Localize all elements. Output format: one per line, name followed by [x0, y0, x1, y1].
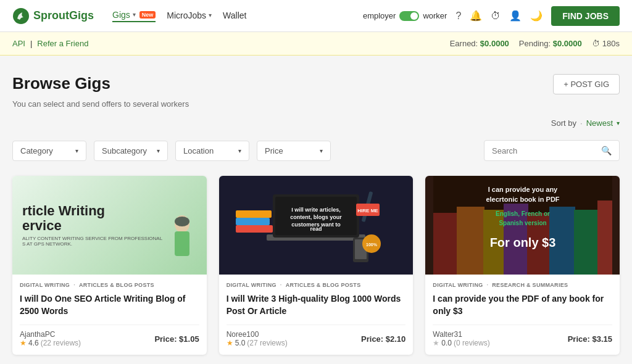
- dropdown-icon: ▾: [133, 11, 136, 18]
- svg-rect-2: [175, 231, 189, 256]
- chevron-down-icon: ▾: [238, 147, 241, 154]
- svg-point-3: [175, 217, 189, 226]
- gig-price: Price: $1.05: [154, 334, 199, 344]
- location-filter[interactable]: Location ▾: [175, 141, 249, 161]
- svg-text:English, French or: English, French or: [496, 210, 550, 217]
- sort-row: Sort by · Newest ▾: [12, 118, 620, 128]
- employer-label: employer: [363, 11, 396, 20]
- gig-image: rticle Writing ervice ALITY CONTENT WRIT…: [12, 176, 207, 275]
- svg-rect-6: [236, 210, 272, 218]
- gig-author: AjanthaPC: [20, 330, 81, 339]
- svg-text:HIRE ME: HIRE ME: [357, 208, 378, 213]
- worker-label: worker: [423, 11, 447, 20]
- laptop-illustration: I will write articles, content, blogs yo…: [230, 176, 402, 275]
- search-input[interactable]: [492, 146, 596, 155]
- star-icon: ★: [20, 339, 27, 347]
- gig-price: Price: $3.15: [568, 334, 612, 344]
- gig-title: I will Write 3 High-quality Blog 1000 Wo…: [227, 293, 406, 317]
- gig-rating: ★ 4.6 (22 reviews): [20, 339, 81, 347]
- illustration: [164, 213, 201, 275]
- gig-tags: DIGITAL WRITING · RESEARCH & SUMMARIES: [433, 282, 612, 288]
- svg-text:content, blogs your: content, blogs your: [290, 214, 342, 220]
- sort-value[interactable]: Newest: [586, 118, 613, 128]
- svg-text:I will write articles,: I will write articles,: [291, 207, 341, 213]
- timer: ⏱ 180s: [592, 39, 620, 48]
- gig-price: Price: $2.10: [361, 334, 405, 344]
- gig-tag-primary: DIGITAL WRITING: [433, 282, 483, 288]
- browse-header: Browse Gigs + POST GIG: [12, 74, 620, 94]
- card-image-title: rticle Writing ervice: [22, 204, 105, 233]
- gig-card-body: DIGITAL WRITING · ARTICLES & BLOG POSTS …: [219, 275, 414, 355]
- gig-card[interactable]: I can provide you any elecrtonic book in…: [425, 176, 620, 355]
- svg-text:Spanish version: Spanish version: [499, 220, 546, 226]
- svg-text:100%: 100%: [366, 242, 378, 247]
- gig-card-body: DIGITAL WRITING · RESEARCH & SUMMARIES I…: [425, 275, 620, 355]
- card-image-subtitle: ALITY CONTENT WRITING SERVICE FROM PROFE…: [22, 236, 162, 247]
- gig-tag-secondary: ARTICLES & BLOG POSTS: [79, 282, 154, 288]
- gig-tag-primary: DIGITAL WRITING: [227, 282, 276, 288]
- sort-chevron-icon[interactable]: ▾: [617, 120, 620, 126]
- toggle-switch[interactable]: [399, 11, 419, 21]
- dropdown-icon: ▾: [209, 12, 212, 19]
- nav-wallet[interactable]: Wallet: [223, 10, 246, 22]
- gig-card[interactable]: rticle Writing ervice ALITY CONTENT WRIT…: [12, 176, 207, 355]
- earned-label: Earned: $0.0000: [450, 39, 509, 48]
- secondary-nav: API | Refer a Friend Earned: $0.0000 Pen…: [0, 32, 632, 56]
- browse-subtitle: You can select and send offers to severa…: [12, 99, 620, 109]
- employer-worker-toggle: employer worker: [363, 11, 447, 21]
- new-badge: New: [139, 11, 156, 19]
- search-box: 🔍: [484, 140, 620, 161]
- find-jobs-button[interactable]: FIND JOBS: [551, 6, 620, 26]
- gig-footer: AjanthaPC ★ 4.6 (22 reviews) Price: $1.0…: [20, 325, 199, 347]
- chevron-down-icon: ▾: [320, 147, 323, 154]
- logo-icon: [12, 7, 30, 25]
- gig-rating: ★ 5.0 (27 reviews): [227, 339, 288, 347]
- moon-icon[interactable]: 🌙: [530, 10, 543, 22]
- gig-tags: DIGITAL WRITING · ARTICLES & BLOG POSTS: [227, 282, 406, 288]
- pending-amount: $0.0000: [553, 39, 582, 48]
- gig-image: I can provide you any elecrtonic book in…: [425, 176, 620, 275]
- secondary-nav-right: Earned: $0.0000 Pending: $0.0000 ⏱ 180s: [450, 39, 620, 48]
- gig-rating: ★ 0.0 (0 reviews): [433, 339, 489, 347]
- sort-by-label: Sort by: [551, 118, 576, 128]
- user-icon[interactable]: 👤: [509, 10, 522, 22]
- help-icon[interactable]: ?: [455, 10, 461, 22]
- svg-rect-5: [236, 218, 270, 225]
- svg-rect-4: [236, 225, 273, 233]
- post-gig-button[interactable]: + POST GIG: [553, 74, 620, 94]
- clock-icon: ⏱: [592, 39, 600, 48]
- main-content: Browse Gigs + POST GIG You can select an…: [0, 56, 632, 364]
- gig-card[interactable]: I will write articles, content, blogs yo…: [219, 176, 414, 355]
- gig-footer: Walter31 ★ 0.0 (0 reviews) Price: $3.15: [433, 325, 612, 347]
- gig-author: Noree100: [227, 330, 288, 339]
- chevron-down-icon: ▾: [157, 147, 160, 154]
- gig-tag-secondary: RESEARCH & SUMMARIES: [492, 282, 568, 288]
- gig-title: I will Do One SEO Article Writing Blog o…: [20, 293, 199, 317]
- svg-text:For only $3: For only $3: [489, 236, 555, 249]
- nav-links: Gigs ▾ New MicroJobs ▾ Wallet: [112, 10, 351, 22]
- price-filter[interactable]: Price ▾: [257, 141, 331, 161]
- category-filter[interactable]: Category ▾: [12, 141, 86, 161]
- gig-image: I will write articles, content, blogs yo…: [219, 176, 414, 275]
- nav-microjobs[interactable]: MicroJobs ▾: [167, 10, 212, 22]
- svg-text:elecrtonic book in PDF: elecrtonic book in PDF: [486, 196, 559, 203]
- nav-gigs[interactable]: Gigs ▾ New: [112, 10, 156, 22]
- star-icon: ★: [433, 339, 439, 347]
- gigs-grid: rticle Writing ervice ALITY CONTENT WRIT…: [12, 176, 620, 355]
- refer-link[interactable]: Refer a Friend: [37, 39, 88, 48]
- gig-footer: Noree100 ★ 5.0 (27 reviews) Price: $2.10: [227, 325, 406, 347]
- star-icon: ★: [227, 339, 233, 347]
- svg-text:read: read: [310, 226, 322, 232]
- gig-tag-primary: DIGITAL WRITING: [20, 282, 70, 288]
- subcategory-filter[interactable]: Subcategory ▾: [94, 141, 168, 161]
- navbar: SproutGigs Gigs ▾ New MicroJobs ▾ Wallet…: [0, 0, 632, 32]
- api-link[interactable]: API: [12, 39, 25, 48]
- gig-title: I can provide you the PDF of any book fo…: [433, 293, 612, 317]
- gig-tags: DIGITAL WRITING · ARTICLES & BLOG POSTS: [20, 282, 199, 288]
- bell-icon[interactable]: 🔔: [470, 10, 482, 22]
- history-icon[interactable]: ⏱: [491, 10, 501, 22]
- svg-text:I can provide you any: I can provide you any: [488, 186, 557, 193]
- search-icon: 🔍: [601, 146, 612, 155]
- logo[interactable]: SproutGigs: [12, 7, 94, 25]
- filters-row: Category ▾ Subcategory ▾ Location ▾ Pric…: [12, 140, 620, 161]
